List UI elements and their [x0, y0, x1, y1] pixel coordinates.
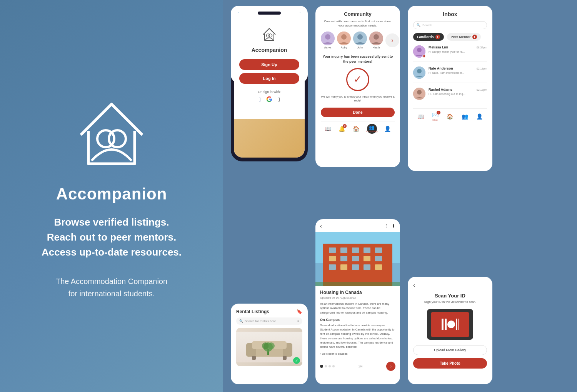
- svg-point-44: [417, 48, 422, 52]
- scan-back-button[interactable]: ‹: [413, 282, 487, 288]
- svg-rect-41: [375, 264, 382, 270]
- id-card-inner: [431, 312, 469, 337]
- avatar-melissa: 1: [413, 45, 425, 58]
- housing-content: Housing in Canada Updated on 10 August 2…: [315, 286, 400, 359]
- app-subtitle: The Accommodation Companionfor internati…: [56, 275, 167, 300]
- community-title: Community: [321, 11, 395, 17]
- message-content-rachel: Rachel Adams 02:18pm Hi, I am reaching o…: [429, 88, 487, 96]
- app-logo: [69, 93, 154, 177]
- sign-up-button[interactable]: Sign Up: [239, 59, 299, 70]
- inbox-badge: 2: [437, 111, 440, 115]
- svg-rect-36: [375, 256, 382, 261]
- done-button[interactable]: Done: [321, 108, 395, 117]
- more-avatars-button[interactable]: ›: [385, 33, 399, 47]
- inbox-nav-people[interactable]: 👥: [462, 113, 468, 120]
- check-circle-icon: ✓: [346, 68, 369, 91]
- housing-back-button[interactable]: ‹: [320, 223, 322, 229]
- nav-listings-icon[interactable]: 🏠: [353, 126, 359, 132]
- message-content-melissa: Melissa Lim 08:34pm Hi Sanjay, thank you…: [429, 45, 487, 53]
- social-sign-in:  : [259, 96, 280, 103]
- left-panel: Accompanion Browse verified listings. Re…: [0, 0, 223, 392]
- svg-rect-30: [364, 247, 370, 253]
- next-page-button[interactable]: ›: [386, 362, 395, 371]
- svg-point-21: [357, 34, 363, 40]
- svg-point-5: [269, 34, 272, 37]
- google-icon[interactable]: [266, 96, 272, 103]
- housing-share-icon[interactable]: ⬆: [392, 223, 395, 229]
- svg-rect-10: [252, 356, 256, 360]
- peer-avatar-john[interactable]: [353, 32, 367, 45]
- bookmark-icon[interactable]: 🔖: [297, 309, 302, 314]
- avatar-group-abby: Abby: [337, 32, 351, 49]
- rental-search-placeholder: Search for rentals here: [245, 319, 276, 323]
- landlords-badge: 1: [435, 35, 440, 39]
- phone-app-name: Accompanion: [252, 47, 287, 53]
- housing-nav-right: ⋮ ⬆: [384, 223, 395, 229]
- avatar-name-abby: Abby: [341, 46, 347, 49]
- id-card-visual: [427, 309, 473, 340]
- phone-logo: [261, 26, 278, 45]
- tab-peer-mentor[interactable]: Peer Mentor 1: [447, 33, 481, 41]
- housing-pagination: 1/4 ›: [315, 359, 400, 373]
- svg-point-15: [268, 342, 275, 349]
- apple-icon[interactable]: : [278, 96, 280, 103]
- take-photo-button[interactable]: Take Photo: [413, 358, 487, 369]
- housing-image: [315, 232, 400, 286]
- search-icon: 🔍: [417, 23, 420, 27]
- peer-mentor-badge: 1: [472, 35, 477, 39]
- avatar-rachel: [413, 88, 425, 100]
- barcode-bar-5: [458, 319, 459, 330]
- rental-header: Rental Listings 🔖: [236, 309, 302, 314]
- log-in-button[interactable]: Log In: [239, 73, 299, 84]
- housing-menu-icon[interactable]: ⋮: [384, 223, 389, 229]
- peer-avatar-heath[interactable]: [369, 32, 383, 45]
- msg-name-melissa: Melissa Lim: [429, 45, 448, 49]
- notifications-badge: 2: [343, 124, 347, 128]
- phone-mockup: Accompanion Sign Up Log In Or sign in wi…: [231, 8, 308, 161]
- message-item-rachel[interactable]: Rachel Adams 02:18pm Hi, I am reaching o…: [413, 88, 487, 104]
- inbox-tabs: Landlords 1 Peer Mentor 1: [413, 33, 487, 41]
- inquiry-sent-text: Your inquiry has been successfully sent …: [321, 54, 395, 64]
- community-card: Community Connect with peer mentors to f…: [315, 6, 400, 167]
- msg-preview-melissa: Hi Sanjay, thank you for re...: [429, 50, 475, 53]
- housing-title: Housing in Canada: [320, 290, 395, 295]
- unread-dot-melissa: 1: [422, 55, 425, 58]
- inbox-card: Inbox 🔍 Search Landlords 1 Peer Mentor 1…: [408, 6, 492, 171]
- inbox-search-bar[interactable]: 🔍 Search: [413, 21, 487, 29]
- nav-resources-icon[interactable]: 📖: [325, 126, 331, 132]
- peer-avatar-aarya[interactable]: [321, 32, 335, 45]
- svg-rect-11: [283, 356, 287, 360]
- sofa-illustration: [236, 332, 302, 362]
- nav-community-icon[interactable]: 👥 Community: [367, 124, 377, 134]
- msg-name-rachel: Rachel Adams: [429, 88, 452, 91]
- inbox-nav-profile[interactable]: 👤: [476, 113, 483, 120]
- inbox-nav-label: Inbox: [432, 119, 438, 121]
- message-item-nate[interactable]: Nate Anderson 02:18pm Hi Nate, I am inte…: [413, 66, 487, 83]
- msg-time-nate: 02:18pm: [477, 67, 487, 70]
- nav-notifications-icon[interactable]: 🔔 2: [339, 126, 345, 132]
- id-barcode: [442, 319, 459, 330]
- rental-image: ✓: [236, 328, 302, 366]
- rental-search-bar[interactable]: 🔍 Search for rentals here ≡: [236, 317, 302, 325]
- inbox-search-placeholder: Search: [422, 23, 432, 27]
- facebook-icon[interactable]: : [259, 96, 261, 103]
- community-bottom-nav: 📖 🔔 2 🏠 👥 Community 👤: [321, 121, 395, 134]
- peer-avatar-abby[interactable]: [337, 32, 351, 45]
- app-tagline: Browse verified listings. Reach out to p…: [42, 215, 182, 260]
- inbox-nav-listings[interactable]: 🏠: [447, 113, 453, 120]
- inbox-nav-inbox[interactable]: ✉️ 2 Inbox: [432, 112, 439, 121]
- svg-rect-31: [375, 247, 382, 253]
- inbox-nav-resources[interactable]: 📖: [417, 113, 424, 120]
- inbox-title: Inbox: [413, 11, 487, 17]
- svg-point-19: [341, 34, 347, 40]
- scan-title: Scan Your ID: [413, 293, 487, 299]
- inbox-bottom-nav: 📖 ✉️ 2 Inbox 🏠 👥 👤: [413, 108, 487, 121]
- filter-icon[interactable]: ≡: [297, 319, 299, 323]
- message-item-melissa[interactable]: 1 Melissa Lim 08:34pm Hi Sanjay, thank y…: [413, 45, 487, 62]
- housing-body-text: As an international student in Canada, t…: [320, 302, 395, 315]
- tab-landlords[interactable]: Landlords 1: [413, 33, 444, 41]
- nav-profile-icon[interactable]: 👤: [384, 126, 391, 132]
- phone-notch: [258, 12, 281, 15]
- upload-gallery-button[interactable]: Upload From Gallery: [413, 345, 487, 355]
- svg-rect-37: [329, 264, 336, 270]
